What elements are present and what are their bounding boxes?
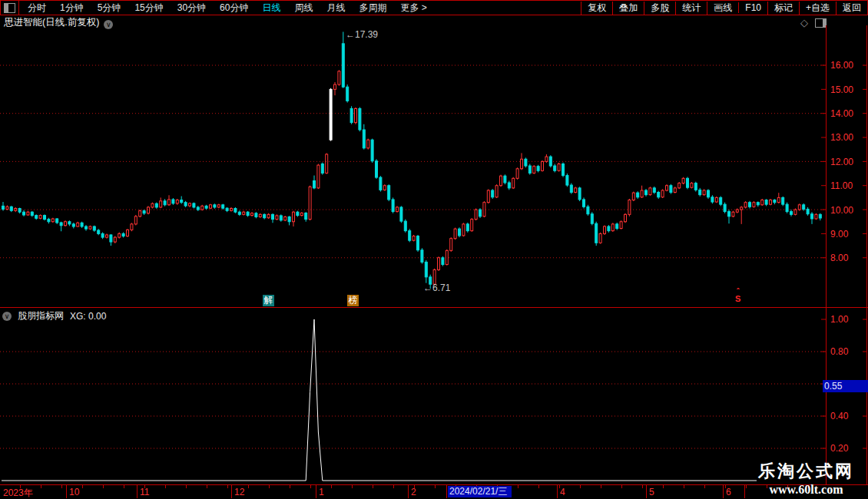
month-separator — [646, 484, 647, 498]
tab-1min[interactable]: 1分钟 — [53, 2, 91, 15]
indicator-readout: XG: 0.00 — [70, 311, 106, 322]
price-tick-10: 10.00 — [830, 205, 866, 216]
date-cursor-badge: 2024/02/21/三 — [448, 486, 512, 497]
price-tick-15: 15.00 — [830, 84, 866, 95]
month-separator — [231, 484, 232, 498]
s-signal-marker[interactable]: S — [735, 290, 740, 303]
time-label-feb: 2 — [411, 487, 416, 497]
button-add-watchlist[interactable]: +自选 — [799, 2, 836, 15]
event-badge-bang[interactable]: 榜 — [347, 295, 359, 306]
page-title: 思进智能(日线.前复权) — [4, 17, 99, 28]
low-price-label: ←6.71 — [423, 283, 450, 293]
button-back[interactable]: 返回 — [836, 2, 867, 15]
time-label-jun: 6 — [726, 487, 731, 497]
price-tick-16: 16.00 — [830, 60, 866, 71]
month-separator — [316, 484, 316, 498]
month-separator — [408, 484, 409, 498]
month-separator — [744, 484, 745, 498]
high-price-label: ←17.39 — [346, 29, 378, 40]
tab-fenshi[interactable]: 分时 — [21, 2, 53, 15]
indicator-chevron-down-icon[interactable]: ∨ — [2, 312, 12, 321]
time-label-may: 5 — [649, 487, 654, 497]
watermark: 乐淘公式网 www.60lt.com — [758, 460, 854, 497]
toolbar-divider — [18, 1, 19, 15]
tab-daily[interactable]: 日线 — [255, 2, 287, 15]
tab-more[interactable]: 更多 > — [393, 2, 433, 15]
chevron-down-icon[interactable]: ∨ — [104, 20, 113, 29]
layout-mode-icon[interactable] — [4, 3, 15, 13]
time-label-nov: 11 — [140, 487, 149, 497]
tab-monthly[interactable]: 月线 — [320, 2, 352, 15]
tab-60min[interactable]: 60分钟 — [213, 2, 255, 15]
price-tick-8: 8.00 — [830, 253, 866, 263]
time-label-oct: 10 — [69, 487, 79, 497]
tab-weekly[interactable]: 周线 — [287, 2, 320, 15]
tab-5min[interactable]: 5分钟 — [91, 2, 128, 15]
panel-divider — [0, 307, 868, 308]
button-multi-stock[interactable]: 多股 — [644, 2, 675, 15]
event-badge-jie[interactable]: 解 — [263, 295, 274, 306]
tab-15min[interactable]: 15分钟 — [128, 2, 170, 15]
price-tick-14: 14.00 — [830, 108, 866, 119]
month-separator — [446, 484, 447, 498]
price-tick-12: 12.00 — [830, 157, 866, 167]
button-f10[interactable]: F10 — [738, 2, 767, 13]
month-separator — [137, 484, 137, 498]
month-separator — [723, 484, 724, 498]
time-label-2023: 2023年 — [3, 487, 33, 499]
price-tick-9: 9.00 — [830, 229, 866, 240]
time-label-jan: 1 — [319, 487, 324, 497]
xg-tick-100: 1.00 — [830, 314, 866, 325]
watermark-url: www.60lt.com — [758, 483, 854, 497]
button-fuquan[interactable]: 复权 — [581, 2, 612, 15]
indicator-header: ∨ 股朋指标网 XG: 0.00 — [2, 309, 106, 322]
indicator-name[interactable]: 股朋指标网 — [18, 309, 64, 322]
right-border — [866, 25, 867, 484]
month-separator — [66, 484, 67, 498]
xg-tick-020: 0.20 — [830, 443, 866, 454]
month-separator — [557, 484, 558, 498]
tab-30min[interactable]: 30分钟 — [171, 2, 213, 15]
tab-multi-period[interactable]: 多周期 — [352, 2, 393, 15]
price-tick-11: 11.00 — [830, 180, 866, 191]
candlestick-and-indicator-canvas[interactable] — [0, 0, 868, 499]
button-overlay[interactable]: 叠加 — [612, 2, 644, 15]
time-label-dec: 12 — [234, 487, 244, 497]
current-value-badge: 0.55 — [823, 380, 868, 392]
y-axis-line — [826, 25, 827, 484]
button-mark[interactable]: 标记 — [767, 2, 799, 15]
xg-tick-080: 0.80 — [830, 346, 866, 357]
watermark-site-name: 乐淘公式网 — [758, 460, 854, 483]
panel-layout-icon[interactable] — [815, 18, 827, 28]
top-toolbar: 分时 1分钟 5分钟 15分钟 30分钟 60分钟 日线 周线 月线 多周期 更… — [0, 0, 868, 15]
time-label-apr: 4 — [560, 487, 565, 497]
diamond-icon[interactable]: ◇ — [800, 17, 808, 28]
button-stats[interactable]: 统计 — [675, 2, 707, 15]
xg-tick-040: 0.40 — [830, 411, 866, 421]
chart-title-row: 思进智能(日线.前复权)∨ — [4, 16, 113, 29]
price-tick-13: 13.00 — [830, 132, 866, 143]
button-drawline[interactable]: 画线 — [707, 2, 738, 15]
